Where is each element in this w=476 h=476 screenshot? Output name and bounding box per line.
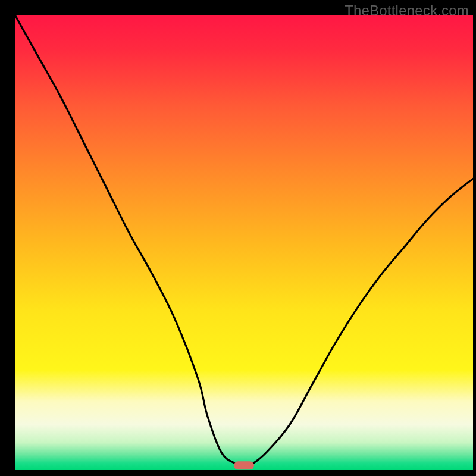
gradient-background <box>15 15 473 470</box>
plot-area <box>15 15 473 470</box>
bottleneck-chart <box>15 15 473 470</box>
watermark-text: TheBottleneck.com <box>345 2 469 19</box>
chart-stage: TheBottleneck.com <box>0 0 476 476</box>
minimum-marker <box>234 461 254 469</box>
